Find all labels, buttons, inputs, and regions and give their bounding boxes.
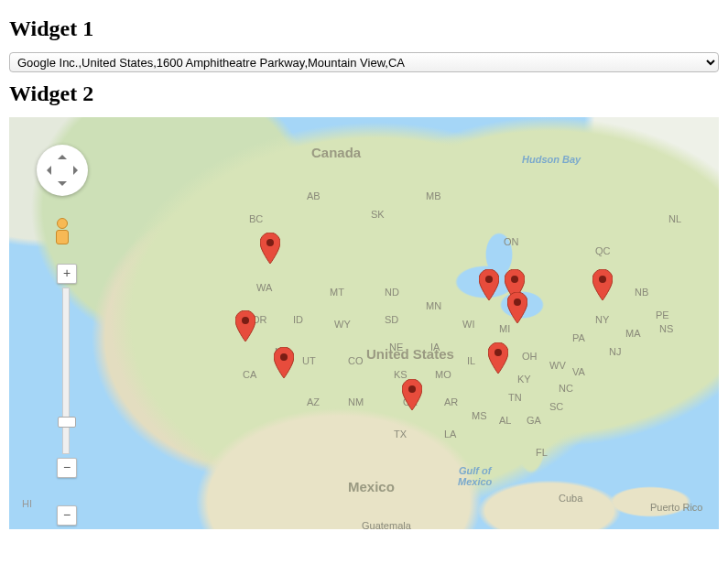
map-marker-icon[interactable] <box>507 292 527 323</box>
pan-up-icon[interactable] <box>58 150 67 159</box>
zoom-out-full-button[interactable]: − <box>57 505 77 526</box>
svg-point-8 <box>599 276 606 283</box>
zoom-control: + − − <box>57 264 75 526</box>
zoom-out-button[interactable]: − <box>57 458 77 478</box>
svg-point-6 <box>514 298 521 306</box>
svg-point-7 <box>494 349 502 356</box>
map-lakes <box>9 117 719 529</box>
map-marker-icon[interactable] <box>402 379 422 410</box>
svg-point-4 <box>485 276 493 283</box>
widget1-title: Widget 1 <box>9 16 719 41</box>
streetview-pegman-icon[interactable] <box>54 218 71 245</box>
svg-point-5 <box>511 276 518 283</box>
map-marker-icon[interactable] <box>592 269 613 300</box>
label-hi: HI <box>22 498 32 509</box>
pan-control <box>37 145 88 196</box>
map[interactable]: Canada United States Mexico Hudson Bay G… <box>9 117 719 529</box>
address-select-wrap: Google Inc.,United States,1600 Amphithea… <box>9 52 719 72</box>
address-select[interactable]: Google Inc.,United States,1600 Amphithea… <box>9 52 719 72</box>
map-marker-icon[interactable] <box>235 310 255 342</box>
map-marker-icon[interactable] <box>488 342 508 374</box>
svg-point-2 <box>280 353 288 361</box>
svg-point-1 <box>242 317 249 324</box>
pan-down-icon[interactable] <box>58 181 67 190</box>
map-marker-icon[interactable] <box>260 233 280 264</box>
zoom-handle[interactable] <box>58 417 76 428</box>
pan-right-icon[interactable] <box>73 166 82 175</box>
svg-point-3 <box>408 385 416 393</box>
svg-point-0 <box>266 239 274 246</box>
widget2-title: Widget 2 <box>9 81 719 106</box>
zoom-in-button[interactable]: + <box>57 264 77 284</box>
map-marker-icon[interactable] <box>274 347 294 378</box>
map-marker-icon[interactable] <box>479 269 499 300</box>
zoom-track[interactable] <box>62 288 70 454</box>
pan-left-icon[interactable] <box>42 166 51 175</box>
